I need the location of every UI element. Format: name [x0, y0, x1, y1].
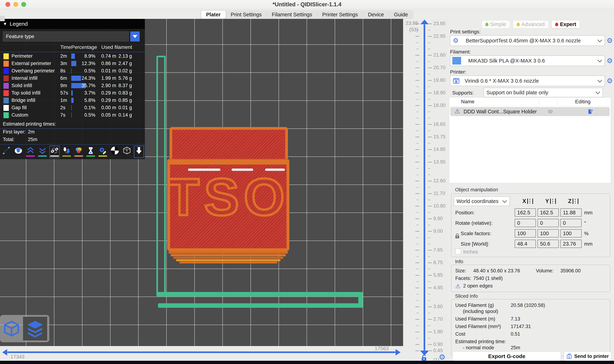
legend-row: Bridge infill1m5.8%0.29 m0.85 g — [0, 97, 145, 104]
layer-tick-label: 10.80 — [433, 203, 446, 209]
edit-printer-gear-icon[interactable]: ⚙ — [607, 78, 613, 84]
edit-print-settings-gear-icon[interactable]: ⚙ — [607, 37, 613, 44]
printer-label: Printer: — [450, 69, 466, 75]
moves-slider-left-handle[interactable] — [2, 349, 7, 356]
tab-filament-settings[interactable]: Filament Settings — [267, 11, 317, 19]
uniform-scale-lock-icon[interactable] — [454, 233, 460, 239]
tab-printer-settings[interactable]: Printer Settings — [317, 11, 363, 19]
manip-input-sizeworld-y[interactable] — [538, 240, 559, 248]
layer-tick-label: 14.85 — [433, 147, 446, 152]
manip-input-scalefactors-y[interactable] — [538, 229, 559, 237]
manip-input-position-z[interactable] — [560, 208, 582, 217]
center-of-mass-icon[interactable] — [110, 146, 119, 157]
tab-plater[interactable]: Plater — [201, 11, 226, 19]
legend-resize-handle[interactable] — [0, 16, 5, 21]
layer-tick — [428, 313, 430, 313]
layer-slider-upper-handle[interactable] — [420, 20, 429, 24]
wipe-icon[interactable] — [14, 146, 23, 157]
extrusions-icon[interactable] — [134, 146, 143, 157]
layer-tick — [428, 130, 430, 131]
object-manipulation-box: World coordinates XYZ Position:mmRotate … — [451, 194, 610, 257]
3d-viewport[interactable]: TSO ▼ Legend Feature type — [0, 19, 403, 346]
tool-changes-icon[interactable] — [62, 146, 71, 157]
layer-range-lock-icon[interactable] — [420, 354, 428, 362]
printed-object-top-block — [169, 127, 288, 162]
deretractions-icon[interactable] — [38, 146, 47, 157]
layer-tick — [428, 325, 430, 326]
manip-input-position-y[interactable] — [538, 208, 559, 217]
bottom-edge-bar — [0, 361, 614, 364]
manip-input-sizeworld-x[interactable] — [515, 240, 536, 248]
layer-slider-track[interactable] — [424, 24, 425, 351]
edit-object-icon[interactable] — [587, 108, 593, 115]
layers-view-tile[interactable] — [23, 317, 47, 340]
layer-tick-label: 12.60 — [433, 178, 446, 184]
layer-tick-label: 1.80 — [433, 329, 443, 335]
layer-tick — [428, 149, 432, 150]
tab-print-settings[interactable]: Print Settings — [226, 11, 267, 19]
mode-advanced-button[interactable]: Advanced — [513, 20, 548, 28]
feature-type-select[interactable]: Feature type — [3, 31, 129, 41]
travels-icon[interactable] — [2, 146, 11, 157]
manip-input-rotaterelative-y[interactable] — [538, 219, 559, 227]
layer-tick — [416, 294, 419, 295]
feature-name: Internal infill — [12, 76, 37, 81]
mode-simple-button[interactable]: Simple — [482, 20, 510, 28]
feature-length: 0.29 m — [101, 98, 116, 103]
send-to-printer-button[interactable]: G Send to printer — [564, 351, 611, 361]
legend-header[interactable]: ▼ Legend — [0, 19, 145, 29]
feature-mass: 0.85 g — [118, 98, 132, 103]
seams-icon[interactable] — [50, 146, 59, 157]
manip-input-scalefactors-z[interactable] — [560, 229, 582, 237]
pause-prints-icon[interactable] — [86, 146, 95, 157]
column-divider — [557, 99, 558, 104]
moves-slider-right-handle[interactable] — [395, 349, 401, 356]
3d-view-icon[interactable] — [2, 320, 21, 338]
moves-slider-left-value: 17343 — [10, 354, 25, 360]
moves-slider-track[interactable] — [7, 351, 395, 353]
layer-tick — [428, 250, 432, 250]
warning-triangle-icon: ⚠ — [455, 108, 460, 115]
edit-filament-gear-icon[interactable]: ⚙ — [607, 57, 613, 64]
feature-type-dropdown-button[interactable] — [130, 31, 140, 41]
tab-device[interactable]: Device — [363, 11, 389, 19]
export-gcode-button[interactable]: Export G-code — [453, 351, 561, 361]
feature-color-swatch — [3, 97, 9, 104]
tab-guide[interactable]: Guide — [389, 11, 413, 19]
coordinates-select[interactable]: World coordinates — [454, 196, 510, 206]
layer-tick — [428, 55, 432, 55]
layer-tick — [428, 61, 430, 62]
manip-input-sizeworld-z[interactable] — [560, 240, 582, 248]
layers-view-icon — [26, 319, 44, 338]
feature-type-label: Feature type — [6, 34, 34, 39]
manip-input-scalefactors-x[interactable] — [515, 229, 536, 237]
print-settings-select[interactable]: ⚙ BetterSupportTest 0.45mm @X-MAX 3 0.6 … — [450, 35, 605, 46]
feature-mass: 0.01 g — [118, 105, 132, 110]
mode-expert-button[interactable]: Expert — [551, 20, 580, 28]
object-row[interactable]: ⚠ DDD Wall Cont...Square Holder — [450, 107, 610, 116]
shells-icon[interactable] — [122, 146, 131, 157]
inches-label: Inches — [463, 249, 478, 255]
slider-settings-gear-icon[interactable]: ⚙ — [439, 353, 446, 361]
layer-tick — [428, 105, 432, 106]
layer-tick — [428, 351, 432, 351]
manip-label: Rotate (relative): — [455, 220, 492, 226]
retractions-icon[interactable] — [26, 146, 35, 157]
filament-select[interactable]: MIKA3D Silk PLA @X-MAX 3 0.6 — [450, 55, 605, 66]
custom-gcodes-icon[interactable] — [98, 146, 107, 157]
object-embossed-text: TSO — [167, 171, 289, 223]
coordinates-value: World coordinates — [457, 198, 499, 204]
open-edges-warning: 2 open edges — [463, 283, 493, 289]
manip-input-position-x[interactable] — [515, 208, 536, 217]
volume-label: Volume: — [536, 268, 554, 274]
layer-tick — [428, 344, 432, 345]
printer-select[interactable]: Virindi 0.6 * X-MAX 3 0.6 nozzle — [450, 76, 605, 86]
layer-tick — [428, 74, 430, 74]
manip-input-rotaterelative-x[interactable] — [515, 219, 536, 227]
layer-tick-label: 9.00 — [433, 228, 443, 234]
manip-input-rotaterelative-z[interactable] — [560, 219, 582, 227]
supports-select[interactable]: Support on build plate only — [484, 88, 603, 97]
visibility-eye-icon[interactable] — [547, 109, 553, 114]
inches-checkbox[interactable] — [455, 249, 461, 254]
color-changes-icon[interactable] — [74, 146, 83, 157]
